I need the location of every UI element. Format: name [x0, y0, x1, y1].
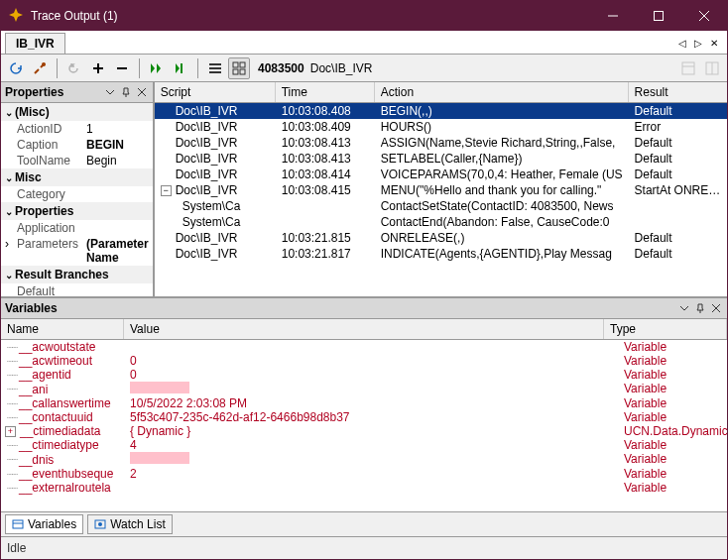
- trace-row[interactable]: Doc\IB_IVR10:03:21.817INDICATE(Agents,{A…: [155, 246, 728, 262]
- undo-icon[interactable]: [63, 57, 85, 79]
- svg-rect-9: [209, 63, 221, 65]
- col-action[interactable]: Action: [375, 82, 629, 102]
- property-group-header[interactable]: ⌄Result Branches: [1, 266, 153, 283]
- variable-row[interactable]: ┈┈__dnisVariable: [1, 452, 727, 467]
- variable-row[interactable]: ┈┈__agentid0Variable: [1, 368, 727, 382]
- property-row[interactable]: CaptionBEGIN: [1, 137, 153, 153]
- variable-row[interactable]: ┈┈__acwoutstateVariable: [1, 340, 727, 354]
- document-name: Doc\IB_IVR: [310, 61, 373, 75]
- tree-view-icon[interactable]: [228, 57, 250, 79]
- svg-rect-14: [233, 69, 238, 74]
- tab-close-icon[interactable]: ✕: [707, 37, 721, 51]
- variables-icon: [12, 518, 24, 530]
- col-type[interactable]: Type: [604, 319, 727, 339]
- toolbar: 4083500 Doc\IB_IVR: [1, 55, 727, 82]
- properties-header: Properties: [1, 82, 153, 103]
- property-row[interactable]: Default: [1, 283, 153, 296]
- remove-icon[interactable]: [111, 57, 133, 79]
- property-group-header[interactable]: ⌄(Misc): [1, 103, 153, 121]
- svg-rect-11: [209, 71, 221, 73]
- dropdown-icon[interactable]: [677, 301, 691, 315]
- pin-icon[interactable]: [119, 85, 133, 99]
- step-icon[interactable]: [170, 57, 191, 79]
- minimize-button[interactable]: [590, 1, 636, 31]
- trace-row[interactable]: Doc\IB_IVR10:03:08.413ASSIGN(Name,Stevie…: [155, 135, 728, 151]
- trace-row[interactable]: Doc\IB_IVR10:03:08.409HOURS()Error: [155, 119, 728, 135]
- col-result[interactable]: Result: [629, 82, 728, 102]
- contact-id: 4083500: [258, 61, 304, 75]
- properties-body[interactable]: ⌄(Misc)ActionID1CaptionBEGINToolNameBegi…: [1, 103, 153, 296]
- tab-next-icon[interactable]: ▷: [691, 37, 705, 51]
- status-bar: Idle: [1, 536, 727, 559]
- trace-row[interactable]: System\CaContactEnd(Abandon: False, Caus…: [155, 214, 728, 230]
- separator: [57, 58, 58, 78]
- variable-row[interactable]: ┈┈__externalroutelaVariable: [1, 481, 727, 495]
- property-group-header[interactable]: ⌄Properties: [1, 202, 153, 220]
- property-row[interactable]: ActionID1: [1, 121, 153, 137]
- expand-icon[interactable]: +: [5, 426, 16, 437]
- property-row[interactable]: Category: [1, 186, 153, 202]
- svg-rect-10: [209, 67, 221, 69]
- trace-panel: Script Time Action Result Doc\IB_IVR10:0…: [155, 82, 728, 296]
- property-row[interactable]: Application: [1, 220, 153, 236]
- variables-header: Variables: [1, 298, 727, 319]
- refresh-icon[interactable]: [5, 57, 27, 79]
- properties-panel: Properties ⌄(Misc)ActionID1CaptionBEGINT…: [1, 82, 155, 296]
- svg-rect-12: [233, 62, 238, 67]
- property-row[interactable]: ToolNameBegin: [1, 153, 153, 168]
- close-button[interactable]: [681, 1, 727, 31]
- window-title: Trace Output (1): [31, 9, 590, 23]
- close-panel-icon[interactable]: [709, 301, 723, 315]
- trace-row[interactable]: Doc\IB_IVR10:03:08.413SETLABEL(Caller,{N…: [155, 151, 728, 167]
- variable-row[interactable]: ┈┈__contactuuid5f53c407-235c-462d-af12-6…: [1, 410, 727, 424]
- tab-prev-icon[interactable]: ◁: [675, 37, 689, 51]
- trace-row[interactable]: System\CaContactSetState(ContactID: 4083…: [155, 198, 728, 214]
- trace-body[interactable]: Doc\IB_IVR10:03:08.408BEGIN(,,)DefaultDo…: [155, 103, 728, 296]
- variable-row[interactable]: ┈┈__callanswertime10/5/2022 2:03:08 PMVa…: [1, 396, 727, 410]
- tab-variables[interactable]: Variables: [5, 514, 83, 534]
- svg-rect-16: [682, 62, 694, 74]
- property-row[interactable]: ›Parameters(Parameter Name: [1, 236, 153, 266]
- variable-row[interactable]: ┈┈__acwtimeout0Variable: [1, 354, 727, 368]
- trace-row[interactable]: Doc\IB_IVR10:03:08.408BEGIN(,,)Default: [155, 103, 728, 119]
- document-tabbar: IB_IVR ◁ ▷ ✕: [1, 31, 727, 55]
- trace-row[interactable]: Doc\IB_IVR10:03:08.414VOICEPARAMS(70,0,4…: [155, 167, 728, 182]
- variable-row[interactable]: ┈┈__aniVariable: [1, 382, 727, 396]
- col-name[interactable]: Name: [1, 319, 124, 339]
- col-script[interactable]: Script: [155, 82, 276, 102]
- maximize-button[interactable]: [636, 1, 681, 31]
- variables-body[interactable]: ┈┈__acwoutstateVariable┈┈__acwtimeout0Va…: [1, 340, 727, 511]
- trace-header-row: Script Time Action Result: [155, 82, 728, 103]
- pin-icon[interactable]: [693, 301, 707, 315]
- layout2-icon[interactable]: [701, 57, 723, 79]
- property-group-header[interactable]: ⌄Misc: [1, 168, 153, 186]
- separator: [139, 58, 140, 78]
- close-panel-icon[interactable]: [135, 85, 149, 99]
- col-value[interactable]: Value: [124, 319, 604, 339]
- trace-row[interactable]: −Doc\IB_IVR10:03:08.415MENU("%Hello and …: [155, 182, 728, 198]
- run-icon[interactable]: [146, 57, 168, 79]
- dropdown-icon[interactable]: [103, 85, 117, 99]
- trace-row[interactable]: Doc\IB_IVR10:03:21.815ONRELEASE(,)Defaul…: [155, 230, 728, 246]
- svg-point-27: [98, 522, 102, 526]
- svg-rect-13: [240, 62, 245, 67]
- svg-rect-1: [655, 12, 664, 21]
- variables-header-row: Name Value Type: [1, 319, 727, 340]
- collapse-icon[interactable]: −: [161, 185, 172, 196]
- list-view-icon[interactable]: [204, 57, 226, 79]
- variable-row[interactable]: ┈┈__eventhubseque2Variable: [1, 467, 727, 481]
- variables-title: Variables: [5, 301, 58, 315]
- tools-icon[interactable]: [29, 57, 51, 79]
- layout1-icon[interactable]: [677, 57, 699, 79]
- status-text: Idle: [7, 541, 26, 555]
- app-icon: [9, 8, 25, 24]
- tab-watch-list[interactable]: Watch List: [87, 514, 173, 534]
- svg-rect-24: [13, 520, 23, 528]
- bottom-tabs: Variables Watch List: [1, 511, 727, 536]
- add-icon[interactable]: [87, 57, 109, 79]
- col-time[interactable]: Time: [276, 82, 375, 102]
- variable-row[interactable]: ┈┈__ctimediatype4Variable: [1, 438, 727, 452]
- variable-row[interactable]: +__ctimediadata{ Dynamic }UCN.Data.Dynam…: [1, 424, 727, 438]
- svg-point-4: [42, 62, 46, 66]
- tab-ib-ivr[interactable]: IB_IVR: [5, 33, 65, 54]
